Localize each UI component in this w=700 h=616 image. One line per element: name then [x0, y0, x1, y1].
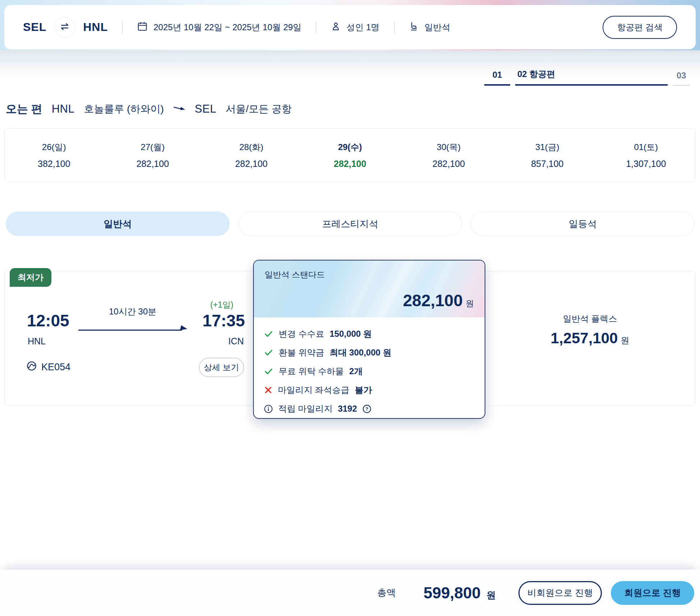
tab-first[interactable]: 일등석: [471, 212, 695, 236]
flight-number: KE054: [41, 362, 70, 373]
seat-icon: [409, 21, 419, 33]
date-option[interactable]: 28(화) 282,100: [202, 128, 301, 182]
check-icon: [264, 367, 273, 376]
duration-arrow-head: [180, 325, 188, 332]
step-1[interactable]: 01: [484, 70, 510, 86]
journey-title: 오는 편 HNL 호놀룰루 (하와이) SEL 서울/모든 공항: [6, 101, 292, 117]
tab-economy[interactable]: 일반석: [6, 212, 230, 236]
arrival-day-offset: (+1일): [199, 299, 245, 311]
fare-popup-title: 일반석 스탠다드: [265, 269, 474, 280]
date-option[interactable]: 31(금) 857,100: [498, 128, 596, 182]
total-label: 총액: [377, 586, 396, 599]
svg-text:?: ?: [365, 406, 368, 412]
rule-label: 마일리지 좌석승급: [278, 384, 349, 396]
rule-value: 3192: [338, 404, 357, 414]
details-button[interactable]: 상세 보기: [199, 358, 244, 377]
check-icon: [264, 329, 273, 339]
fare-popup-header: 일반석 스탠다드 282,100원: [254, 261, 485, 317]
duration-arrow: [78, 330, 182, 331]
airline-logo-icon: [26, 361, 37, 374]
passengers-field[interactable]: 성인 1명: [331, 21, 380, 33]
arrival-airport: ICN: [197, 336, 244, 346]
flex-fare-currency: 원: [621, 335, 629, 345]
fare-rule-row: 마일리지 좌석승급 불가: [264, 384, 475, 396]
date-option[interactable]: 01(토) 1,307,100: [597, 128, 695, 182]
departure-time: 12:05: [27, 311, 69, 330]
total-price: 599,800: [424, 584, 481, 602]
fare-detail-popup: 일반석 스탠다드 282,100원 변경 수수료 150,000 원 환불 위약…: [253, 260, 485, 419]
total-price-wrap: 599,800 원: [424, 584, 496, 602]
cabin-field[interactable]: 일반석: [409, 21, 450, 33]
date-option[interactable]: 30(목) 282,100: [399, 128, 498, 182]
rule-label: 변경 수수료: [279, 328, 324, 340]
flight-number-row: KE054: [26, 361, 70, 374]
departure-airport: HNL: [28, 336, 46, 346]
info-icon: [264, 404, 273, 413]
origin-code[interactable]: SEL: [23, 21, 46, 34]
step-3: 03: [673, 71, 690, 86]
footer-total-bar: 총액 599,800 원 비회원으로 진행 회원으로 진행: [0, 570, 700, 616]
route-summary: SEL HNL: [23, 17, 108, 38]
divider: [394, 21, 394, 33]
rule-label: 환불 위약금: [279, 347, 324, 358]
step-2-flights: 02 항공편: [515, 68, 668, 86]
rule-label: 적립 마일리지: [278, 403, 333, 415]
rule-value: 2개: [349, 366, 362, 377]
date-option[interactable]: 27(월) 282,100: [103, 128, 202, 182]
rule-value: 150,000 원: [330, 328, 372, 340]
date-option-selected[interactable]: 29(수) 282,100: [301, 128, 399, 182]
journey-origin-code: HNL: [52, 103, 75, 116]
divider: [316, 21, 316, 33]
continue-as-member-button[interactable]: 회원으로 진행: [611, 581, 694, 605]
search-summary-bar: SEL HNL 2025년 10월 22일 ~ 2025년 10월 29일: [4, 5, 696, 49]
search-flights-button[interactable]: 항공편 검색: [603, 16, 677, 39]
arrival-time: 17:35: [197, 311, 245, 330]
fare-rule-row: 변경 수수료 150,000 원: [264, 328, 475, 340]
divider: [122, 21, 123, 33]
rule-value: 최대 300,000 원: [330, 347, 392, 358]
calendar-icon: [137, 21, 148, 34]
tab-prestige[interactable]: 프레스티지석: [238, 212, 462, 236]
person-icon: [331, 21, 341, 33]
fare-rule-row: 무료 위탁 수하물 2개: [264, 366, 475, 377]
fare-rule-row: 적립 마일리지 3192 ?: [264, 403, 475, 415]
flex-fare-option[interactable]: 일반석 플렉스 1,257,100원: [536, 313, 644, 347]
fare-rule-row: 환불 위약금 최대 300,000 원: [264, 347, 475, 358]
journey-origin-name: 호놀룰루 (하와이): [84, 102, 164, 116]
x-icon: [264, 386, 273, 394]
journey-destination-name: 서울/모든 공항: [226, 102, 292, 116]
swap-icon: [59, 21, 70, 33]
help-icon[interactable]: ?: [362, 404, 371, 413]
rule-value: 불가: [355, 384, 372, 396]
flight-duration: 10시간 30분: [78, 306, 187, 317]
destination-code[interactable]: HNL: [83, 21, 108, 34]
date-option[interactable]: 26(일) 382,100: [5, 128, 103, 182]
cabin-class-tabs: 일반석 프레스티지석 일등석: [6, 212, 695, 236]
lowest-price-badge: 최저가: [10, 268, 51, 287]
continue-as-guest-button[interactable]: 비회원으로 진행: [518, 581, 602, 605]
swap-route-button[interactable]: [54, 17, 75, 38]
passengers-text: 성인 1명: [347, 22, 380, 33]
fare-popup-body: 변경 수수료 150,000 원 환불 위약금 최대 300,000 원 무료 …: [254, 317, 485, 419]
date-range-field[interactable]: 2025년 10월 22일 ~ 2025년 10월 29일: [137, 21, 302, 34]
direction-label: 오는 편: [6, 101, 42, 117]
check-icon: [264, 348, 273, 357]
date-price-strip: 26(일) 382,100 27(월) 282,100 28(화) 282,10…: [4, 128, 696, 182]
date-range-text: 2025년 10월 22일 ~ 2025년 10월 29일: [154, 22, 302, 33]
flex-fare-price: 1,257,100: [551, 330, 618, 346]
cabin-text: 일반석: [425, 22, 450, 33]
fare-popup-currency: 원: [466, 299, 474, 308]
journey-destination-code: SEL: [195, 103, 216, 116]
total-currency: 원: [486, 589, 496, 602]
rule-label: 무료 위탁 수하물: [279, 366, 344, 377]
step-indicator: 01 02 항공편 03: [484, 68, 690, 86]
flight-booking-page: SEL HNL 2025년 10월 22일 ~ 2025년 10월 29일: [0, 0, 700, 616]
fare-popup-price: 282,100: [403, 291, 463, 310]
route-arrow-icon: [173, 104, 186, 114]
flex-fare-name: 일반석 플렉스: [536, 313, 644, 325]
